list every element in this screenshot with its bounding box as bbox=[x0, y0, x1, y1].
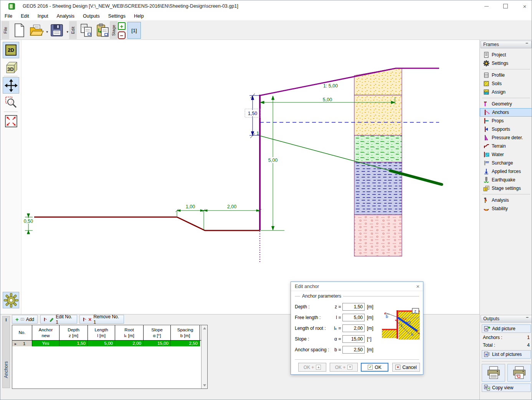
pan-move-icon bbox=[4, 79, 18, 92]
menu-help[interactable]: Help bbox=[130, 12, 148, 20]
frames-item-assign[interactable]: Assign bbox=[480, 88, 532, 96]
dialog-close-icon[interactable]: × bbox=[416, 283, 420, 290]
frames-separator bbox=[480, 193, 532, 196]
scroll-up-icon[interactable] bbox=[203, 327, 206, 329]
dim-top-label: 5,00 bbox=[323, 97, 332, 102]
print-selection-button[interactable] bbox=[507, 364, 531, 382]
frames-item-water[interactable]: Water bbox=[480, 150, 532, 159]
menu-file[interactable]: File bbox=[0, 12, 17, 20]
copy-button[interactable] bbox=[78, 22, 94, 38]
frames-panel-header: Frames – bbox=[481, 41, 532, 48]
toolbar-edit-group-label: Edit bbox=[69, 21, 77, 39]
slope-input[interactable]: 15,00 bbox=[342, 335, 365, 343]
menu-edit[interactable]: Edit bbox=[17, 12, 33, 20]
toolbar-separator bbox=[4, 76, 18, 76]
add-stage-icon[interactable]: + bbox=[118, 22, 126, 30]
svg-text:B: B bbox=[485, 353, 487, 356]
dim-berm-left-label: 1,00 bbox=[186, 204, 195, 209]
open-dropdown-icon[interactable]: ▾ bbox=[46, 30, 48, 34]
root-length-field-row: Length of root : lₖ = 2,00 [m] bbox=[295, 324, 373, 332]
slope-field-row: Slope : α = 15,00 [°] bbox=[295, 335, 371, 343]
menu-settings[interactable]: Settings bbox=[104, 12, 130, 20]
settings-gear-button[interactable] bbox=[3, 292, 19, 308]
open-folder-icon bbox=[29, 23, 44, 38]
pan-button[interactable] bbox=[3, 77, 19, 94]
dim-depth-label-selected[interactable]: 1,50 bbox=[245, 109, 260, 117]
frames-item-stage-settings[interactable]: 21 Stage settings bbox=[480, 184, 532, 193]
minimize-icon[interactable] bbox=[482, 2, 490, 10]
stage-1-button[interactable]: [1] bbox=[127, 22, 141, 39]
svg-text:z: z bbox=[414, 309, 416, 313]
frames-item-profile[interactable]: Profile bbox=[480, 71, 532, 79]
anchor-spacing-input[interactable]: 2,50 bbox=[342, 346, 365, 354]
soils-icon bbox=[483, 81, 489, 87]
menu-input[interactable]: Input bbox=[33, 12, 53, 20]
frames-item-earthquake[interactable]: Earthquake bbox=[480, 176, 532, 184]
frames-item-applied-forces[interactable]: Applied forces bbox=[480, 167, 532, 176]
frames-item-surcharge[interactable]: Surcharge bbox=[480, 159, 532, 167]
view-3d-button[interactable]: 3D bbox=[3, 59, 19, 75]
ok-button[interactable]: ✓ OK bbox=[361, 363, 388, 372]
anchors-table: No. Anchornew Depthz [m] Lengthl [m] Roo… bbox=[12, 325, 208, 389]
frames-item-geometry[interactable]: Geometry bbox=[480, 100, 532, 108]
menu-outputs[interactable]: Outputs bbox=[79, 12, 104, 20]
frames-item-project[interactable]: Project bbox=[480, 51, 532, 59]
props-icon bbox=[483, 118, 489, 124]
anchors-tab-strip[interactable]: I Anchors bbox=[2, 316, 10, 388]
frames-minimize-icon[interactable]: – bbox=[525, 40, 528, 46]
frames-item-soils[interactable]: Soils bbox=[480, 79, 532, 88]
maximize-icon[interactable] bbox=[502, 2, 509, 10]
add-picture-icon: B bbox=[484, 326, 490, 332]
copy-view-button[interactable]: B Copy view bbox=[482, 384, 531, 392]
dialog-title-bar[interactable]: Edit anchor × bbox=[291, 282, 423, 291]
view-2d-button[interactable]: 2D bbox=[3, 42, 19, 58]
close-icon[interactable]: × bbox=[521, 2, 529, 10]
table-row[interactable]: ▸ 1 Yes 1,50 5,00 2,00 15,00 2,50 bbox=[12, 341, 207, 346]
soil-layer-4 bbox=[354, 162, 402, 215]
row-number: 1 bbox=[17, 341, 32, 346]
terrain-slope-label: 1: 5,00 bbox=[323, 83, 338, 89]
open-file-button[interactable]: ▾ bbox=[28, 22, 45, 38]
application-window: GEO5 2016 - Sheeting Design [V:\_NEW_WEB… bbox=[0, 0, 532, 400]
zoom-button[interactable] bbox=[3, 94, 19, 110]
arrow-down-icon: ▼ bbox=[347, 365, 352, 370]
list-of-pictures-icon: B bbox=[484, 351, 490, 357]
depth-input[interactable]: 1,50 bbox=[342, 303, 365, 311]
drawing-canvas[interactable]: 1 5,00 5,00 bbox=[21, 40, 477, 314]
paste-button[interactable] bbox=[95, 22, 111, 38]
add-picture-button[interactable]: B Add picture bbox=[482, 324, 531, 333]
remove-stage-icon[interactable]: − bbox=[118, 31, 126, 39]
frames-item-pressure[interactable]: Pressure deter. bbox=[480, 133, 532, 142]
save-floppy-icon bbox=[50, 23, 64, 38]
menu-analysis[interactable]: Analysis bbox=[53, 12, 79, 20]
outputs-minimize-icon[interactable]: – bbox=[526, 314, 529, 320]
list-of-pictures-button[interactable]: B List of pictures bbox=[482, 350, 531, 359]
frames-item-terrain[interactable]: Terrain bbox=[480, 142, 532, 150]
frames-item-settings[interactable]: Settings bbox=[480, 59, 532, 67]
panel-handle[interactable]: I bbox=[3, 318, 10, 322]
edit-anchor-button[interactable]: Edit No. 1 bbox=[40, 315, 77, 324]
cell-depth: 1,50 bbox=[59, 341, 88, 346]
title-bar: GEO5 2016 - Sheeting Design [V:\_NEW_WEB… bbox=[0, 0, 532, 12]
frames-item-anchors[interactable]: Anchors bbox=[480, 108, 532, 117]
save-button[interactable]: ▾ bbox=[49, 22, 65, 38]
cancel-button[interactable]: × Cancel bbox=[392, 363, 420, 372]
table-scrollbar[interactable] bbox=[201, 325, 207, 388]
frames-item-supports[interactable]: Supports bbox=[480, 125, 532, 133]
fit-view-button[interactable] bbox=[3, 113, 19, 129]
frames-item-stability[interactable]: Stability bbox=[480, 204, 532, 213]
depth-field-row: Depth : z = 1,50 [m] bbox=[295, 303, 373, 311]
new-file-button[interactable] bbox=[11, 22, 27, 38]
print-button[interactable] bbox=[482, 364, 505, 382]
save-dropdown-icon[interactable]: ▾ bbox=[66, 30, 68, 34]
anchor-mini-icon bbox=[44, 317, 47, 322]
frames-item-props[interactable]: Props bbox=[480, 117, 532, 125]
3d-cube-icon: 3D bbox=[4, 60, 18, 74]
frames-item-analysis[interactable]: Analysis bbox=[480, 196, 532, 204]
pressure-icon bbox=[483, 135, 489, 141]
free-length-input[interactable]: 5,00 bbox=[342, 314, 365, 321]
scroll-down-icon[interactable] bbox=[203, 384, 206, 387]
add-anchor-button[interactable]: + Add bbox=[12, 315, 38, 324]
remove-anchor-button[interactable]: × Remove No. 1 bbox=[79, 315, 124, 324]
root-length-input[interactable]: 2,00 bbox=[342, 324, 365, 332]
